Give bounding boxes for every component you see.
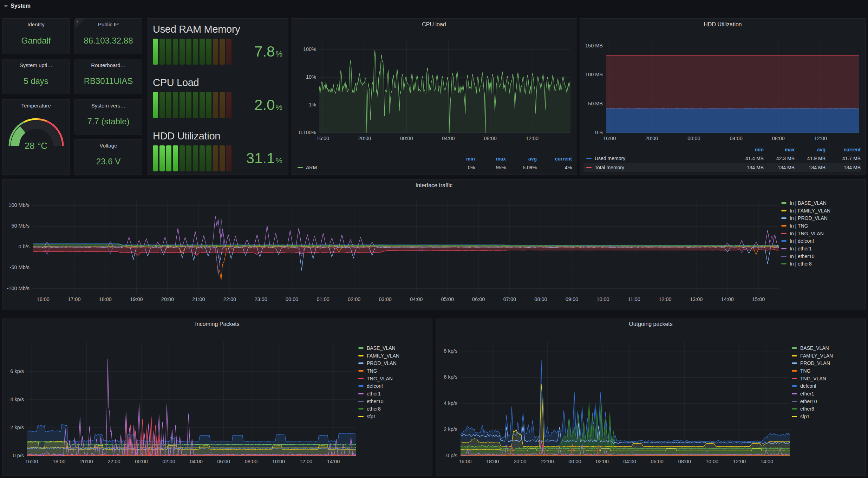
- panel-title[interactable]: Temperature: [21, 103, 51, 109]
- hdd-utilization-chart[interactable]: 150 MB100 MB50 MB0 B16:0020:0000:0004:00…: [580, 31, 866, 174]
- temperature-gauge: 28 °C: [6, 115, 66, 150]
- x-tick-label: 00:00: [135, 459, 148, 464]
- outgoing-packets-chart[interactable]: 8 kp/s6 kp/s4 kp/s2 kp/s0 p/s16:0018:002…: [436, 330, 866, 476]
- legend-item-FAMILY_VLAN[interactable]: FAMILY_VLAN: [358, 352, 427, 360]
- legend-item-ether8[interactable]: ether8: [358, 405, 427, 413]
- legend-item-sfp1[interactable]: sfp1: [358, 413, 427, 420]
- legend-stat-header-avg[interactable]: avg: [506, 156, 537, 162]
- legend-item-In | PROD_VLAN[interactable]: In | PROD_VLAN: [781, 214, 861, 222]
- legend-label: In | TNG: [790, 223, 808, 229]
- legend-stat-header-current[interactable]: current: [825, 147, 861, 152]
- panel-title[interactable]: Voltage: [99, 143, 117, 149]
- legend-item-TNG_VLAN[interactable]: TNG_VLAN: [792, 375, 861, 382]
- legend-swatch-icon: [358, 362, 364, 364]
- legend-item-In | ether1[interactable]: In | ether1: [781, 245, 861, 253]
- identity-value: Gandalf: [21, 36, 51, 46]
- legend-label: BASE_VLAN: [367, 345, 396, 351]
- panel-title[interactable]: Interface traffic: [2, 179, 866, 191]
- legend-stat-header-min[interactable]: min: [444, 156, 475, 162]
- legend-stat-header-max[interactable]: max: [764, 147, 795, 152]
- legend-swatch-icon: [358, 385, 364, 387]
- x-tick-label: 12:00: [814, 136, 827, 141]
- dashboard-row-header[interactable]: System: [4, 1, 31, 11]
- legend-label: In | ether8: [790, 261, 812, 267]
- bargauge-cell: [193, 92, 198, 118]
- x-tick-label: 22:00: [107, 459, 120, 464]
- panel-title[interactable]: Public IP: [98, 21, 119, 27]
- legend-item-TNG_VLAN[interactable]: TNG_VLAN: [358, 375, 427, 382]
- panel-title[interactable]: Identity: [27, 21, 44, 27]
- x-tick-label: 08:00: [484, 136, 497, 141]
- legend-stat-header-min[interactable]: min: [733, 147, 764, 152]
- panel-outgoing-packets: Outgoing packets 8 kp/s6 kp/s4 kp/s2 kp/…: [436, 318, 866, 476]
- legend-label: ether1: [367, 391, 381, 397]
- legend-item-defconf[interactable]: defconf: [358, 382, 427, 390]
- panel-title[interactable]: Outgoing packets: [436, 318, 866, 330]
- legend-item-In | defconf[interactable]: In | defconf: [781, 237, 861, 245]
- bargauge-cell: [213, 92, 218, 118]
- legend-stat-header-avg[interactable]: avg: [795, 147, 825, 152]
- legend-item-In | TNG[interactable]: In | TNG: [781, 222, 861, 230]
- x-tick-label: 00:00: [400, 136, 413, 141]
- legend-item-In | TNG_VLAN[interactable]: In | TNG_VLAN: [781, 230, 861, 237]
- legend-item-In | BASE_VLAN[interactable]: In | BASE_VLAN: [781, 199, 861, 207]
- x-tick-label: 13:00: [690, 296, 703, 302]
- legend-item-ether10[interactable]: ether10: [792, 398, 861, 405]
- bargauge-cell: [226, 92, 231, 118]
- legend-item-ether1[interactable]: ether1: [358, 390, 427, 398]
- x-tick-label: 22:00: [541, 459, 554, 464]
- panel-title[interactable]: System upti…: [20, 62, 52, 68]
- legend-stat-value: 4%: [537, 165, 572, 170]
- legend-item-In | ether8[interactable]: In | ether8: [781, 260, 861, 268]
- legend-swatch-icon: [358, 416, 364, 417]
- cpu-load-chart[interactable]: 100%10%1%0.100%16:0020:0000:0004:0008:00…: [291, 31, 577, 174]
- routerboard-value: RB3011UiAS: [84, 76, 133, 86]
- legend-item-PROD_VLAN[interactable]: PROD_VLAN: [358, 359, 427, 367]
- legend-item-PROD_VLAN[interactable]: PROD_VLAN: [792, 359, 861, 367]
- legend-row-ARM[interactable]: ARM0%95%5.09%4%: [295, 163, 572, 172]
- legend-swatch-icon: [792, 370, 797, 372]
- legend-row-Total memory[interactable]: Total memory134 MB134 MB134 MB134 MB: [583, 163, 861, 172]
- legend-item-TNG[interactable]: TNG: [358, 367, 427, 375]
- legend-item-BASE_VLAN[interactable]: BASE_VLAN: [792, 344, 861, 352]
- bargauge-bars: [153, 92, 231, 118]
- incoming-packets-chart[interactable]: 6 kp/s4 kp/s2 kp/s0 p/s16:0018:0020:0022…: [2, 330, 432, 476]
- x-tick-label: 22:00: [223, 296, 236, 302]
- legend-swatch-icon: [792, 408, 797, 410]
- panel-title[interactable]: Routerboard…: [91, 62, 125, 68]
- legend-label: In | PROD_VLAN: [790, 215, 828, 221]
- panel-title[interactable]: Incoming Packets: [2, 318, 432, 330]
- legend-swatch-icon: [781, 225, 787, 227]
- panel-title[interactable]: HDD Utilization: [580, 19, 866, 31]
- legend-item-sfp1[interactable]: sfp1: [792, 413, 861, 420]
- x-tick-label: 09:00: [566, 296, 578, 302]
- legend-stat-value: 5.09%: [506, 165, 537, 170]
- legend-swatch-icon: [586, 158, 592, 159]
- panel-title[interactable]: System vers…: [91, 103, 126, 109]
- legend-stat-value: 134 MB: [825, 165, 861, 170]
- legend-swatch-icon: [781, 233, 787, 234]
- y-tick-label: 0.100%: [299, 130, 316, 135]
- legend-item-ether10[interactable]: ether10: [358, 398, 427, 405]
- legend-item-TNG[interactable]: TNG: [792, 367, 861, 375]
- legend-item-ether8[interactable]: ether8: [792, 405, 861, 413]
- legend-item-FAMILY_VLAN[interactable]: FAMILY_VLAN: [792, 352, 861, 360]
- x-tick-label: 20:00: [80, 459, 93, 464]
- legend-item-In | ether10[interactable]: In | ether10: [781, 253, 861, 260]
- y-tick-label: 4 kp/s: [444, 400, 457, 406]
- legend-item-ether1[interactable]: ether1: [792, 390, 861, 398]
- legend-item-BASE_VLAN[interactable]: BASE_VLAN: [358, 344, 427, 352]
- x-tick-label: 00:00: [687, 136, 700, 141]
- legend-swatch-icon: [792, 401, 797, 402]
- legend-row-Used memory[interactable]: Used memory41.4 MB42.3 MB41.9 MB41.7 MB: [583, 154, 861, 163]
- legend-stat-header-max[interactable]: max: [475, 156, 506, 162]
- legend-item-In | FAMILY_VLAN[interactable]: In | FAMILY_VLAN: [781, 207, 861, 215]
- legend-stat-header-current[interactable]: current: [537, 156, 572, 162]
- x-tick-label: 10:00: [706, 459, 718, 464]
- panel-title[interactable]: CPU load: [291, 19, 577, 31]
- legend-item-defconf[interactable]: defconf: [792, 382, 861, 390]
- x-tick-label: 06:00: [472, 296, 485, 302]
- legend-label: TNG_VLAN: [367, 376, 393, 381]
- interface-traffic-chart[interactable]: 100 Mb/s50 Mb/s0 b/s-50 Mb/s-100 Mb/s16:…: [2, 191, 866, 310]
- bargauge-list: Used RAM Memory7.8%CPU Load2.0%HDD Utili…: [153, 22, 282, 171]
